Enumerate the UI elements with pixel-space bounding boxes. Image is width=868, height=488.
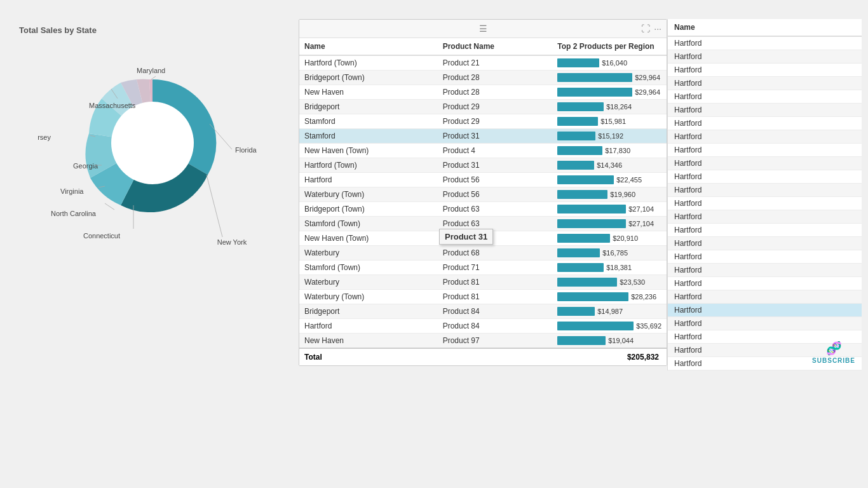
name-list-header: Name [668,19,862,37]
cell-product: Product 71 [438,261,553,275]
svg-text:Virginia: Virginia [60,187,84,195]
list-item: Hartford [668,264,862,277]
cell-bar: $23,530 [552,275,667,290]
cell-name: Hartford (Town) [299,55,438,71]
list-item: Hartford [668,290,862,304]
cell-bar: $20,910 [552,231,667,246]
col-product-header: Product Name [438,38,553,55]
cell-bar: $27,104 [552,202,667,217]
list-item: Hartford [668,117,862,130]
bar-value: $16,040 [602,59,627,67]
list-item: Hartford [668,184,862,197]
cell-bar: $22,455 [552,173,667,187]
expand-icon[interactable]: ⛶ [641,24,650,34]
bar-visual [557,307,595,316]
list-item: Hartford [668,130,862,144]
donut-chart: Florida New Jersey Georgia Virginia Nort… [38,41,267,245]
table-panel: ☰ ⛶ ··· Name Product Name Top 2 Products… [299,19,667,366]
subscribe-badge: 🧬 SUBSCRIBE [812,341,855,364]
table-row: Waterbury (Town) Product 81 $28,236 [299,290,667,304]
bar-value: $17,830 [605,147,630,154]
table-row: Stamford Product 31 $15,192 [299,129,667,144]
product-tooltip: Product 31 [439,229,493,245]
subscribe-text[interactable]: SUBSCRIBE [812,357,855,364]
cell-product: Product 81 [438,275,553,290]
cell-bar: $29,964 [552,85,667,100]
bar-visual [557,205,626,214]
table-row: Stamford (Town) Product 71 $18,381 [299,261,667,275]
list-item: Hartford [668,104,862,117]
cell-product: Product 29 [438,114,553,129]
cell-name: Stamford [299,129,438,144]
bar-visual [557,336,606,345]
bar-visual [557,73,632,82]
table-row: Hartford Product 84 $35,692 [299,319,667,334]
cell-bar: $29,964 [552,71,667,85]
svg-text:North Carolina: North Carolina [51,210,97,217]
cell-bar: $16,040 [552,55,667,71]
bar-visual [557,248,600,257]
table-row: Waterbury Product 68 $16,785 [299,246,667,261]
bar-value: $35,692 [636,322,661,330]
cell-product: Product 56 [438,187,553,202]
cell-product: Product 28 [438,71,553,85]
cell-name: New Haven [299,334,438,349]
cell-product: Product 84 [438,304,553,319]
bar-visual [557,102,604,111]
list-item: Hartford [668,157,862,170]
more-options-icon[interactable]: ··· [654,24,661,34]
table-row: Hartford (Town) Product 21 $16,040 [299,55,667,71]
cell-name: Bridgeport [299,100,438,114]
list-item: Hartford [668,77,862,90]
cell-bar: $18,264 [552,100,667,114]
list-item: Hartford [668,170,862,184]
cell-product: Product 29 [438,100,553,114]
svg-text:Georgia: Georgia [73,162,98,170]
hamburger-icon: ☰ [479,24,487,34]
panel-header: ☰ ⛶ ··· [299,20,667,38]
bar-visual [557,88,632,97]
col-sales-header: Top 2 Products per Region [552,38,667,55]
list-item: Hartford [668,317,862,330]
data-table: Name Product Name Top 2 Products per Reg… [299,38,667,365]
list-item: Hartford [668,144,862,157]
cell-bar: $27,104 [552,217,667,231]
cell-name: Waterbury [299,246,438,261]
cell-product: Product 31 [438,129,553,144]
cell-product: Product 4 [438,144,553,158]
cell-name: Waterbury (Town) [299,187,438,202]
cell-product: Product 28 [438,85,553,100]
cell-bar: $35,692 [552,319,667,334]
bar-visual [557,146,602,155]
chart-panel: Total Sales by State Florida New Jersey … [6,19,299,251]
svg-line-14 [151,76,156,79]
table-row: New Haven (Town) Product 4 $17,830 [299,144,667,158]
cell-bar: $15,192 [552,129,667,144]
list-item: Hartford [668,250,862,264]
bar-visual [557,292,628,301]
cell-product: Product 31 [438,158,553,173]
table-row: Stamford Product 29 $15,981 [299,114,667,129]
table-row: Bridgeport (Town) Product 63 $27,104 [299,202,667,217]
panel-header-icons: ⛶ ··· [641,24,661,34]
table-row: Bridgeport Product 29 $18,264 [299,100,667,114]
bar-visual [557,132,595,140]
cell-product: Product 81 [438,290,553,304]
bar-value: $27,104 [628,205,654,213]
cell-name: Bridgeport [299,304,438,319]
bar-value: $22,455 [616,176,642,184]
svg-line-10 [105,203,114,210]
cell-name: Hartford [299,319,438,334]
bar-visual [557,234,610,243]
chart-title: Total Sales by State [19,25,286,35]
cell-bar: $19,960 [552,187,667,202]
bar-visual [557,263,604,272]
cell-product: Product 56 [438,173,553,187]
dna-icon: 🧬 [826,341,842,356]
cell-bar: $19,044 [552,334,667,349]
bar-value: $14,346 [597,161,622,169]
table-row: Waterbury (Town) Product 56 $19,960 [299,187,667,202]
cell-name: Hartford (Town) [299,158,438,173]
bar-value: $16,785 [602,249,628,257]
cell-bar: $18,381 [552,261,667,275]
